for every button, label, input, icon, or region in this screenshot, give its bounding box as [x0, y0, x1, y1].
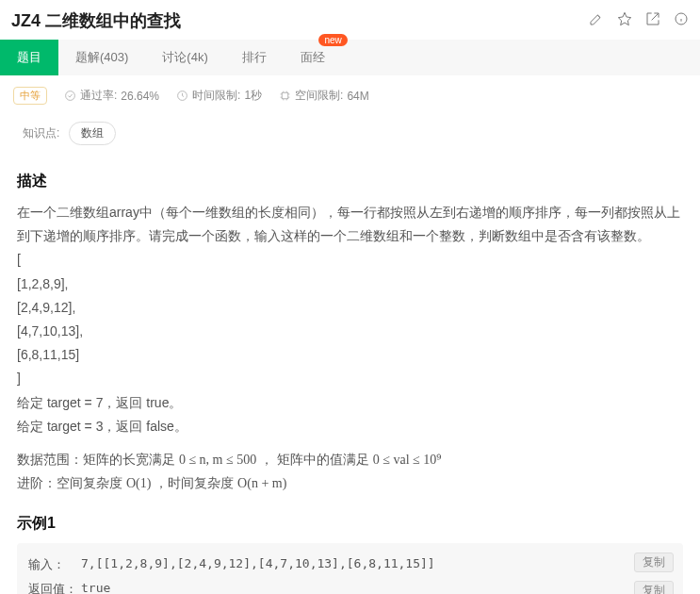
- clock-icon: [176, 90, 188, 102]
- advance-formula-1: O(1): [126, 476, 151, 490]
- matrix-line-3: [4,7,10,13],: [17, 320, 683, 343]
- range-formula-2: 0 ≤ val ≤ 10⁹: [373, 453, 442, 467]
- tab-problem[interactable]: 题目: [0, 40, 58, 75]
- header-icon-group: [589, 11, 689, 30]
- star-icon[interactable]: [617, 11, 632, 30]
- description-heading: 描述: [17, 172, 683, 191]
- matrix-line-0: [: [17, 248, 683, 272]
- return-label: 返回值：: [28, 581, 81, 594]
- info-icon[interactable]: [674, 11, 689, 30]
- memory-limit: 空间限制: 64M: [279, 88, 369, 104]
- advance-formula-2: O(n + m): [237, 476, 286, 490]
- new-badge: new: [318, 34, 347, 46]
- pass-rate: 通过率: 26.64%: [64, 88, 159, 104]
- advance-mid: ，时间复杂度: [155, 475, 237, 490]
- svg-rect-3: [282, 92, 288, 99]
- tab-bar: 题目 题解(403) 讨论(4k) 排行 面经 new: [0, 40, 700, 75]
- input-label: 输入：: [28, 556, 81, 573]
- edit-icon[interactable]: [589, 11, 604, 30]
- range-mid: ， 矩阵中的值满足: [260, 452, 373, 467]
- difficulty-badge: 中等: [13, 87, 47, 105]
- example1-box: 复制 复制 输入： 7,[[1,2,8,9],[2,4,9,12],[4,7,1…: [17, 543, 683, 594]
- tab-discussion[interactable]: 讨论(4k): [145, 40, 224, 75]
- matrix-line-5: ]: [17, 367, 683, 390]
- range-formula-1: 0 ≤ n, m ≤ 500: [179, 453, 256, 467]
- return-value: true: [81, 581, 672, 594]
- advance: 进阶：空间复杂度 O(1) ，时间复杂度 O(n + m): [17, 471, 683, 495]
- time-label: 时间限制:: [192, 88, 240, 104]
- desc-paragraph: 在一个二维数组array中（每个一维数组的长度相同），每一行都按照从左到右递增的…: [17, 201, 683, 248]
- knowledge-tag[interactable]: 数组: [69, 122, 116, 145]
- copy-return-button[interactable]: 复制: [634, 581, 674, 594]
- mem-label: 空间限制:: [295, 88, 343, 104]
- target-true: 给定 target = 7，返回 true。: [17, 391, 683, 415]
- chip-icon: [279, 90, 291, 102]
- knowledge-label: 知识点:: [23, 125, 59, 141]
- tab-interview-label: 面经: [301, 50, 325, 64]
- tab-rank[interactable]: 排行: [225, 40, 284, 75]
- time-value: 1秒: [244, 88, 262, 104]
- range-pre: 数据范围：矩阵的长宽满足: [17, 452, 179, 467]
- matrix-line-1: [1,2,8,9],: [17, 272, 683, 296]
- description-body: 在一个二维数组array中（每个一维数组的长度相同），每一行都按照从左到右递增的…: [17, 201, 683, 495]
- share-icon[interactable]: [645, 11, 660, 30]
- pass-label: 通过率:: [80, 88, 117, 104]
- tab-solution[interactable]: 题解(403): [58, 40, 145, 75]
- matrix-line-2: [2,4,9,12],: [17, 296, 683, 320]
- knowledge-row: 知识点: 数组: [0, 116, 700, 158]
- svg-point-1: [66, 91, 75, 101]
- data-range: 数据范围：矩阵的长宽满足 0 ≤ n, m ≤ 500 ， 矩阵中的值满足 0 …: [17, 448, 683, 471]
- advance-pre: 进阶：空间复杂度: [17, 475, 126, 490]
- time-limit: 时间限制: 1秒: [176, 88, 262, 104]
- matrix-line-4: [6,8,11,15]: [17, 343, 683, 367]
- check-circle-icon: [64, 90, 76, 102]
- mem-value: 64M: [347, 90, 368, 103]
- meta-bar: 中等 通过率: 26.64% 时间限制: 1秒 空间限制: 64M: [0, 75, 700, 116]
- target-false: 给定 target = 3，返回 false。: [17, 415, 683, 438]
- pass-value: 26.64%: [121, 90, 159, 103]
- example1-heading: 示例1: [17, 514, 683, 534]
- page-title: JZ4 二维数组中的查找: [11, 9, 181, 32]
- input-value: 7,[[1,2,8,9],[2,4,9,12],[4,7,10,13],[6,8…: [81, 556, 672, 570]
- copy-input-button[interactable]: 复制: [634, 553, 674, 572]
- tab-interview[interactable]: 面经 new: [284, 40, 342, 75]
